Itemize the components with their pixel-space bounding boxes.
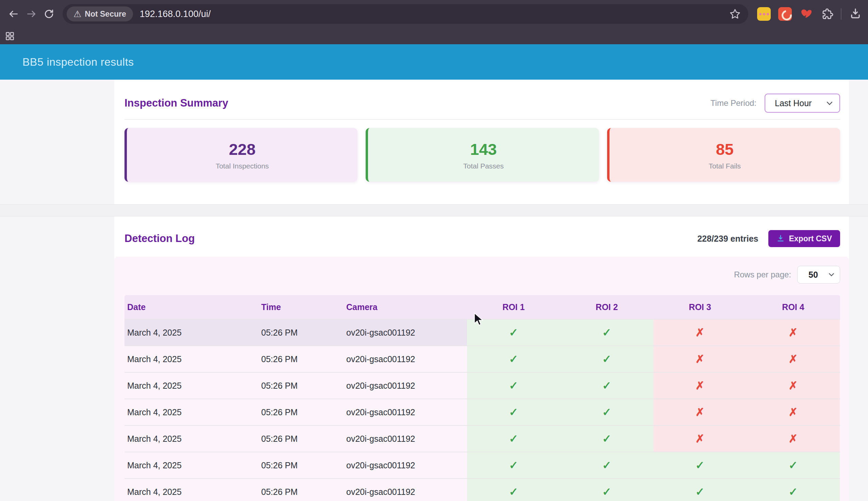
table-row[interactable]: March 4, 2025 05:26 PM ov20i-gsac001192 … [124, 425, 840, 452]
roi-4-result: ✗ [747, 373, 840, 398]
roi-1-result: ✓ [467, 426, 560, 452]
browser-chrome: ⚠ Not Secure 192.168.0.100/ui/ [0, 0, 868, 44]
roi-4-result: ✗ [747, 346, 840, 372]
time-period-select[interactable]: Last Hour [765, 94, 840, 113]
roi-1-result: ✓ [467, 373, 560, 398]
cell-time: 05:26 PM [259, 399, 343, 425]
cell-camera: ov20i-gsac001192 [343, 373, 467, 398]
rows-per-page-select[interactable]: 50 [797, 266, 840, 284]
cell-time: 05:26 PM [259, 346, 343, 372]
cell-date: March 4, 2025 [124, 479, 259, 501]
bookmark-star-icon[interactable] [729, 8, 741, 20]
total-fails-card: 85 Total Fails [607, 128, 840, 182]
rows-per-page-value: 50 [809, 270, 818, 280]
url-text[interactable]: 192.168.0.100/ui/ [140, 9, 729, 19]
column-header-date[interactable]: Date [124, 302, 259, 312]
back-icon [8, 9, 19, 19]
apps-grid-icon[interactable] [5, 31, 15, 41]
column-header-roi3[interactable]: ROI 3 [653, 302, 747, 312]
address-bar[interactable]: ⚠ Not Secure 192.168.0.100/ui/ [63, 4, 748, 24]
rows-per-page-label: Rows per page: [734, 270, 791, 279]
roi-3-result: ✗ [653, 426, 747, 452]
cell-camera: ov20i-gsac001192 [343, 320, 467, 345]
cell-date: March 4, 2025 [124, 452, 259, 478]
toolbar-separator [841, 8, 842, 20]
page-body: Inspection Summary Time Period: Last Hou… [0, 79, 868, 501]
roi-3-result: ✓ [653, 479, 747, 501]
export-csv-label: Export CSV [789, 234, 832, 243]
cell-date: March 4, 2025 [124, 320, 259, 345]
total-passes-value: 143 [470, 140, 497, 159]
inspection-summary-section: Inspection Summary Time Period: Last Hou… [114, 79, 849, 204]
roi-1-result: ✓ [467, 346, 560, 372]
roi-2-result: ✓ [560, 399, 653, 425]
reload-icon [44, 9, 54, 19]
cell-camera: ov20i-gsac001192 [343, 426, 467, 452]
bookmarks-bar [0, 28, 868, 44]
warning-icon: ⚠ [74, 10, 81, 18]
column-header-roi1[interactable]: ROI 1 [467, 302, 560, 312]
total-inspections-label: Total Inspections [216, 162, 269, 170]
roi-3-result: ✗ [653, 373, 747, 398]
table-row[interactable]: March 4, 2025 05:26 PM ov20i-gsac001192 … [124, 345, 840, 372]
cell-camera: ov20i-gsac001192 [343, 346, 467, 372]
roi-3-result: ✗ [653, 346, 747, 372]
cell-camera: ov20i-gsac001192 [343, 479, 467, 501]
total-inspections-card: 228 Total Inspections [124, 128, 358, 182]
browser-toolbar: ⚠ Not Secure 192.168.0.100/ui/ [0, 0, 868, 28]
roi-2-result: ✓ [560, 479, 653, 501]
roi-2-result: ✓ [560, 373, 653, 398]
table-row[interactable]: March 4, 2025 05:26 PM ov20i-gsac001192 … [124, 452, 840, 478]
total-passes-label: Total Passes [463, 162, 504, 170]
cell-camera: ov20i-gsac001192 [343, 452, 467, 478]
section-gap [0, 204, 868, 216]
extension-orange-icon[interactable] [778, 7, 792, 21]
detection-log-panel: Rows per page: 50 Date Time Camera ROI 1… [114, 257, 849, 501]
security-badge[interactable]: ⚠ Not Secure [67, 7, 133, 21]
table-row[interactable]: March 4, 2025 05:26 PM ov20i-gsac001192 … [124, 372, 840, 398]
cell-date: March 4, 2025 [124, 399, 259, 425]
total-inspections-value: 228 [229, 140, 255, 159]
back-button[interactable] [5, 5, 22, 23]
cell-time: 05:26 PM [259, 320, 343, 345]
table-row[interactable]: March 4, 2025 05:26 PM ov20i-gsac001192 … [124, 478, 840, 501]
extensions-puzzle-icon[interactable] [821, 8, 833, 20]
roi-2-result: ✓ [560, 452, 653, 478]
cell-time: 05:26 PM [259, 426, 343, 452]
cell-date: March 4, 2025 [124, 426, 259, 452]
column-header-roi2[interactable]: ROI 2 [560, 302, 653, 312]
time-period-value: Last Hour [775, 98, 812, 108]
cell-time: 05:26 PM [259, 479, 343, 501]
column-header-roi4[interactable]: ROI 4 [747, 302, 840, 312]
export-download-icon [777, 235, 785, 243]
column-header-time[interactable]: Time [259, 302, 343, 312]
downloads-icon[interactable] [849, 8, 862, 20]
forward-icon [26, 9, 37, 19]
chevron-down-icon [828, 273, 834, 276]
chevron-down-icon [826, 102, 833, 105]
cell-date: March 4, 2025 [124, 346, 259, 372]
roi-3-result: ✗ [653, 399, 747, 425]
detection-log-section: Detection Log 228/239 entries Export CSV… [114, 216, 849, 501]
export-csv-button[interactable]: Export CSV [768, 230, 840, 247]
detection-log-title: Detection Log [124, 233, 195, 245]
page-title: BB5 inspection results [22, 56, 134, 68]
app-header: BB5 inspection results [0, 44, 868, 79]
total-fails-value: 85 [716, 140, 734, 159]
column-header-camera[interactable]: Camera [343, 302, 467, 312]
roi-4-result: ✓ [747, 452, 840, 478]
roi-1-result: ✓ [467, 399, 560, 425]
forward-button[interactable] [22, 5, 40, 23]
extension-red-icon[interactable] [799, 7, 814, 21]
time-period-label: Time Period: [711, 98, 756, 108]
table-row[interactable]: March 4, 2025 05:26 PM ov20i-gsac001192 … [124, 398, 840, 425]
roi-4-result: ✗ [747, 399, 840, 425]
reload-button[interactable] [40, 5, 58, 23]
cell-time: 05:26 PM [259, 373, 343, 398]
roi-3-result: ✗ [653, 320, 747, 345]
roi-4-result: ✓ [747, 479, 840, 501]
toolbar-extensions-area [757, 7, 862, 21]
extension-yellow-icon[interactable] [757, 7, 771, 21]
total-fails-label: Total Fails [709, 162, 741, 170]
section-divider [124, 119, 840, 120]
